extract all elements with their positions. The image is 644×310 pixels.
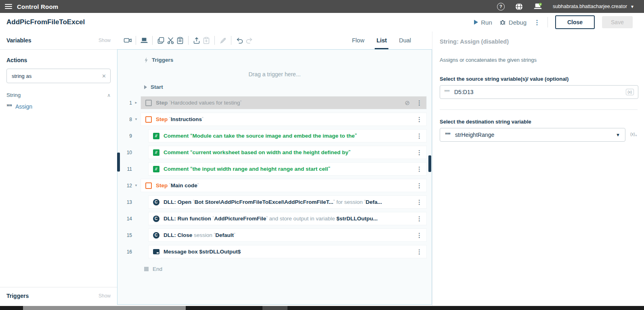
record-icon[interactable]	[123, 36, 132, 45]
string-quotes-icon: ””	[444, 90, 449, 94]
action-card[interactable]: //Comment “current worksheet based on wi…	[149, 146, 426, 159]
action-row-15: 15CDLL: Close session “Default”⋮	[117, 229, 432, 241]
canvas-start-node[interactable]: Start	[144, 84, 163, 90]
play-icon	[474, 20, 478, 25]
action-card[interactable]: Step “Main code”⋮	[141, 179, 426, 192]
row-number: 16	[122, 249, 132, 255]
clear-search-icon[interactable]: ✕	[102, 73, 106, 79]
action-card[interactable]: //Comment “the input width range and hei…	[149, 163, 426, 175]
device-status-icon[interactable]	[533, 3, 542, 10]
row-kebab-icon[interactable]: ⋮	[416, 199, 422, 205]
row-kebab-icon[interactable]: ⋮	[416, 216, 422, 222]
action-row-1: 1►Step “Hardcoded values for testing”⊘⋮	[117, 96, 432, 109]
toolbar-separator	[188, 36, 189, 45]
close-button[interactable]: Close	[555, 15, 595, 29]
properties-panel: String: Assign (disabled) Assigns or con…	[432, 31, 644, 306]
caret-down-icon: ▼	[630, 4, 634, 9]
row-kebab-icon[interactable]: ⋮	[416, 133, 422, 139]
upload-icon[interactable]	[192, 36, 201, 45]
editor-center: FlowListDual Triggers Drag a trigger her…	[117, 31, 432, 310]
variables-heading: Variables	[6, 37, 31, 44]
message-box-icon	[153, 249, 159, 254]
action-card[interactable]: Step “Instructions”⋮	[141, 113, 426, 126]
string-quotes-icon: ””	[445, 133, 450, 137]
canvas-triggers-header[interactable]: Triggers	[144, 57, 173, 63]
row-number: 15	[122, 232, 132, 238]
header-kebab-icon[interactable]: ⋮	[534, 19, 540, 26]
canvas-scrollbar-thumb[interactable]	[428, 155, 431, 172]
start-caret-icon	[144, 85, 147, 89]
hamburger-menu-icon[interactable]	[5, 4, 12, 9]
row-kebab-icon[interactable]: ⋮	[416, 232, 422, 238]
create-variable-icon[interactable]: (x)+	[630, 132, 637, 138]
sidebar-scrollbar-thumb[interactable]	[117, 153, 120, 172]
collapse-caret-icon[interactable]: ▼	[134, 117, 138, 121]
row-kebab-icon[interactable]: ⋮	[416, 116, 422, 122]
pen-slash-icon	[218, 36, 228, 45]
action-card[interactable]: //Comment “Module can take the source im…	[149, 130, 426, 142]
actions-search-input[interactable]	[11, 73, 102, 80]
undo-icon[interactable]	[235, 36, 244, 45]
user-menu[interactable]: subhabrata.bhattacharjee.creator ▼	[553, 4, 634, 9]
collapse-chevron-icon[interactable]: ∧	[107, 92, 111, 98]
row-kebab-icon[interactable]: ⋮	[416, 249, 422, 255]
tab-list[interactable]: List	[376, 31, 387, 49]
action-row-12: 12▼Step “Main code”⋮	[117, 179, 432, 192]
collapse-caret-icon[interactable]: ▼	[134, 184, 138, 187]
row-kebab-icon[interactable]: ⋮	[416, 100, 422, 106]
left-sidebar: Variables Show Actions ✕ String ∧ ”” Ass…	[0, 31, 117, 306]
triggers-show-link[interactable]: Show	[99, 293, 111, 299]
comment-icon: //	[153, 166, 159, 172]
divider	[548, 17, 548, 27]
run-button[interactable]: Run	[474, 19, 492, 26]
source-value-input[interactable]: ”” D5:D13 (x)	[440, 85, 638, 99]
app-title: Control Room	[17, 3, 58, 10]
expand-caret-icon[interactable]: ►	[134, 101, 138, 105]
assign-label: Assign	[15, 103, 32, 110]
step-icon	[145, 182, 152, 189]
help-icon[interactable]: ?	[497, 3, 505, 10]
action-card[interactable]: Message box $strDLLOutput$⋮	[149, 245, 426, 258]
insert-variable-icon[interactable]: (x)	[626, 89, 634, 95]
control-room-page: Control Room ? subhabrata.bhattacharjee.…	[0, 0, 644, 310]
source-value: D5:D13	[454, 89, 626, 95]
paste-icon[interactable]	[175, 36, 185, 45]
row-kebab-icon[interactable]: ⋮	[416, 149, 422, 155]
actions-search-box[interactable]: ✕	[6, 69, 111, 83]
row-number: 9	[122, 133, 132, 139]
debug-button[interactable]: Debug	[499, 19, 527, 26]
horizontal-scrollbar[interactable]	[0, 306, 644, 310]
action-card[interactable]: CDLL: Open “Bot Store\AddPicFromFileToEx…	[149, 196, 426, 208]
tab-dual[interactable]: Dual	[399, 31, 411, 49]
view-tabs: FlowListDual	[352, 31, 411, 49]
cut-icon[interactable]	[166, 36, 175, 45]
string-quotes-icon: ””	[6, 105, 12, 109]
action-item-assign[interactable]: ”” Assign	[6, 103, 111, 110]
action-card[interactable]: CDLL: Close session “Default”⋮	[149, 229, 426, 241]
row-kebab-icon[interactable]: ⋮	[416, 182, 422, 189]
copy-icon[interactable]	[156, 36, 166, 45]
top-bar: Control Room ? subhabrata.bhattacharjee.…	[0, 0, 644, 13]
globe-icon[interactable]	[515, 3, 523, 10]
canvas-end-node: End	[144, 266, 162, 272]
action-row-8: 8▼Step “Instructions”⋮	[117, 113, 432, 126]
tab-flow[interactable]: Flow	[352, 31, 365, 49]
destination-variable-select[interactable]: ”” strHeightRange ▼	[440, 128, 625, 142]
bug-icon	[499, 19, 506, 25]
toolbar-separator	[136, 36, 136, 45]
device-icon[interactable]	[139, 36, 149, 45]
row-kebab-icon[interactable]: ⋮	[416, 166, 422, 172]
comment-icon: //	[153, 149, 159, 156]
redo-icon	[244, 36, 254, 45]
panel-title: String: Assign (disabled)	[440, 38, 644, 45]
toolbar-separator	[152, 36, 153, 45]
string-group-label[interactable]: String	[6, 92, 21, 98]
dll-icon: C	[153, 199, 159, 205]
horizontal-scrollbar-thumb[interactable]	[23, 306, 186, 310]
action-card[interactable]: Step “Hardcoded values for testing”⊘⋮	[141, 96, 426, 109]
action-card[interactable]: CDLL: Run function “AddPictureFromFile” …	[149, 212, 426, 225]
variables-show-link[interactable]: Show	[99, 38, 111, 43]
action-row-9: 9//Comment “Module can take the source i…	[117, 130, 432, 142]
dll-icon: C	[153, 216, 159, 222]
step-disabled-icon	[145, 100, 152, 106]
